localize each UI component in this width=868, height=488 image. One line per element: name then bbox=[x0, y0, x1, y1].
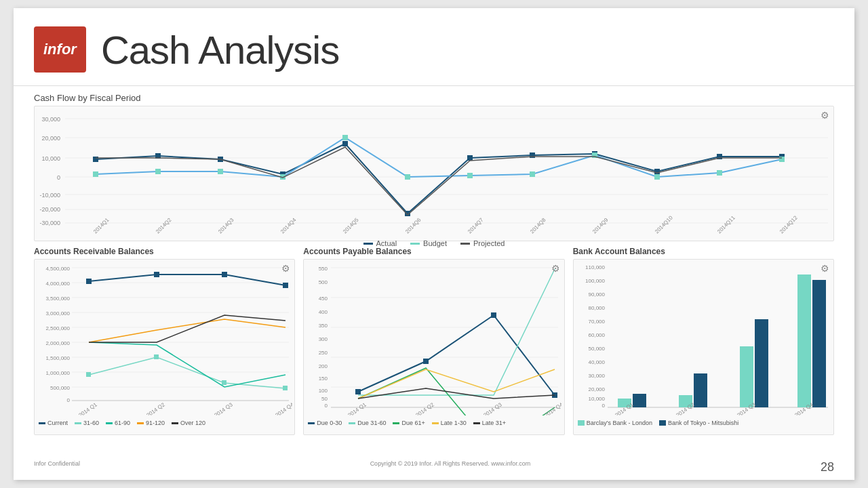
ap-chart-title: Accounts Payable Balances bbox=[303, 247, 564, 256]
ar-balances-section: Accounts Receivable Balances ⚙ 4,500,000… bbox=[34, 247, 295, 435]
svg-text:2014Q1: 2014Q1 bbox=[92, 217, 111, 234]
svg-text:-10,000: -10,000 bbox=[39, 192, 60, 199]
svg-text:500: 500 bbox=[319, 279, 328, 285]
svg-text:450: 450 bbox=[319, 296, 328, 302]
legend-budget: Budget bbox=[410, 239, 447, 247]
svg-text:500,000: 500,000 bbox=[50, 385, 70, 391]
svg-text:2014Q9: 2014Q9 bbox=[591, 217, 610, 234]
svg-text:2014 Q3: 2014 Q3 bbox=[213, 401, 234, 415]
svg-rect-30 bbox=[342, 141, 348, 146]
svg-text:2014Q3: 2014Q3 bbox=[217, 217, 235, 234]
bottom-charts-section: Accounts Receivable Balances ⚙ 4,500,000… bbox=[34, 247, 834, 435]
svg-rect-38 bbox=[93, 171, 98, 177]
svg-text:2014 Q1: 2014 Q1 bbox=[77, 401, 98, 415]
svg-text:2014Q10: 2014Q10 bbox=[654, 214, 674, 234]
svg-text:100,000: 100,000 bbox=[585, 278, 605, 284]
svg-rect-39 bbox=[155, 169, 161, 174]
svg-text:0: 0 bbox=[67, 397, 71, 403]
svg-text:3,500,000: 3,500,000 bbox=[45, 296, 70, 302]
svg-text:-30,000: -30,000 bbox=[39, 220, 60, 226]
svg-rect-127 bbox=[797, 274, 811, 407]
svg-rect-42 bbox=[342, 135, 348, 140]
svg-text:110,000: 110,000 bbox=[585, 264, 605, 270]
svg-text:4,500,000: 4,500,000 bbox=[45, 266, 70, 272]
svg-text:100: 100 bbox=[319, 388, 328, 394]
svg-text:2014 Q4: 2014 Q4 bbox=[544, 401, 562, 415]
svg-text:2014Q6: 2014Q6 bbox=[404, 217, 422, 234]
svg-text:2014Q11: 2014Q11 bbox=[716, 214, 736, 234]
legend-budget-label: Budget bbox=[423, 239, 447, 247]
svg-rect-100 bbox=[355, 389, 361, 394]
svg-text:20,000: 20,000 bbox=[588, 386, 605, 392]
top-chart-title: Cash Flow by Fiscal Period bbox=[34, 93, 834, 103]
svg-text:2014Q4: 2014Q4 bbox=[279, 217, 298, 234]
svg-text:2014Q2: 2014Q2 bbox=[155, 217, 173, 234]
svg-rect-73 bbox=[283, 283, 288, 288]
bank-chart-title: Bank Account Balances bbox=[573, 247, 834, 256]
svg-text:50,000: 50,000 bbox=[588, 346, 605, 352]
svg-text:60,000: 60,000 bbox=[588, 332, 605, 338]
bank-chart-gear-button[interactable]: ⚙ bbox=[821, 263, 829, 274]
legend-actual: Actual bbox=[363, 239, 397, 247]
svg-text:300: 300 bbox=[319, 336, 328, 342]
ap-legend: Due 0-30 Due 31-60 Due 61+ Late 1-30 Lat… bbox=[304, 418, 564, 428]
page-title: Cash Analysis bbox=[101, 27, 339, 73]
svg-rect-128 bbox=[812, 280, 826, 407]
ar-chart-card: ⚙ 4,500,000 4,000,000 3,500,000 3,000,00… bbox=[34, 259, 295, 435]
bank-chart-card: ⚙ 110,000 100,000 90,000 80,000 70,000 6… bbox=[573, 259, 834, 435]
svg-text:0: 0 bbox=[57, 174, 60, 181]
svg-text:10,000: 10,000 bbox=[588, 396, 605, 402]
svg-rect-70 bbox=[86, 279, 92, 284]
svg-rect-125 bbox=[740, 346, 753, 407]
svg-rect-124 bbox=[694, 373, 707, 407]
footer-right: Copyright © 2019 Infor. All Rights Reser… bbox=[370, 460, 531, 474]
svg-rect-45 bbox=[530, 171, 535, 177]
svg-text:1,500,000: 1,500,000 bbox=[45, 355, 70, 361]
svg-text:3,000,000: 3,000,000 bbox=[45, 310, 70, 317]
header: infor Cash Analysis bbox=[14, 8, 854, 86]
bank-chart: 110,000 100,000 90,000 80,000 70,000 60,… bbox=[574, 260, 831, 415]
svg-rect-71 bbox=[154, 272, 159, 277]
svg-rect-43 bbox=[405, 174, 410, 180]
content-area: Cash Flow by Fiscal Period ⚙ 30,000 20,0… bbox=[14, 86, 854, 442]
svg-text:0: 0 bbox=[601, 403, 605, 409]
ar-legend-61-90: 61-90 bbox=[106, 420, 130, 426]
slide: infor Cash Analysis Cash Flow by Fiscal … bbox=[14, 8, 854, 480]
legend-actual-label: Actual bbox=[376, 239, 397, 247]
svg-text:20,000: 20,000 bbox=[41, 135, 60, 142]
svg-text:-20,000: -20,000 bbox=[39, 206, 60, 213]
svg-rect-102 bbox=[491, 312, 496, 318]
cash-flow-chart-card: ⚙ 30,000 20,000 10,000 0 -10,000 -20,000… bbox=[34, 106, 834, 241]
svg-text:2,000,000: 2,000,000 bbox=[45, 340, 70, 346]
svg-text:2014Q12: 2014Q12 bbox=[778, 214, 799, 234]
svg-text:70,000: 70,000 bbox=[588, 319, 605, 325]
svg-rect-126 bbox=[755, 319, 768, 407]
svg-rect-101 bbox=[423, 359, 429, 364]
svg-text:80,000: 80,000 bbox=[588, 305, 605, 311]
svg-text:90,000: 90,000 bbox=[588, 291, 605, 298]
ar-legend-over120: Over 120 bbox=[172, 420, 205, 426]
svg-rect-35 bbox=[654, 169, 660, 174]
svg-text:550: 550 bbox=[319, 266, 328, 272]
svg-rect-122 bbox=[633, 394, 646, 407]
ar-legend: Current 31-60 61-90 91-120 Over 120 bbox=[35, 418, 294, 428]
svg-text:40,000: 40,000 bbox=[588, 359, 605, 365]
page-number: 28 bbox=[821, 460, 834, 474]
svg-text:10,000: 10,000 bbox=[41, 155, 60, 162]
svg-text:2014 Q4: 2014 Q4 bbox=[274, 401, 292, 415]
svg-rect-48 bbox=[717, 170, 722, 176]
ap-chart-gear-button[interactable]: ⚙ bbox=[551, 263, 560, 274]
svg-rect-32 bbox=[467, 155, 473, 161]
legend-projected: Projected bbox=[460, 239, 505, 247]
svg-rect-75 bbox=[154, 354, 159, 359]
svg-rect-72 bbox=[222, 272, 227, 277]
bank-legend: Barclay's Bank - London Bank of Tokyo - … bbox=[574, 418, 833, 428]
top-chart-legend: Actual Budget Projected bbox=[35, 239, 833, 247]
svg-text:2014 Q1: 2014 Q1 bbox=[347, 401, 368, 415]
ar-chart-gear-button[interactable]: ⚙ bbox=[281, 263, 290, 274]
top-chart-gear-button[interactable]: ⚙ bbox=[821, 110, 829, 121]
svg-text:30,000: 30,000 bbox=[41, 116, 60, 123]
cash-flow-chart: 30,000 20,000 10,000 0 -10,000 -20,000 -… bbox=[35, 106, 833, 234]
ap-balances-section: Accounts Payable Balances ⚙ 550 500 450 … bbox=[303, 247, 564, 435]
footer-left: Infor Confidential bbox=[34, 460, 80, 474]
